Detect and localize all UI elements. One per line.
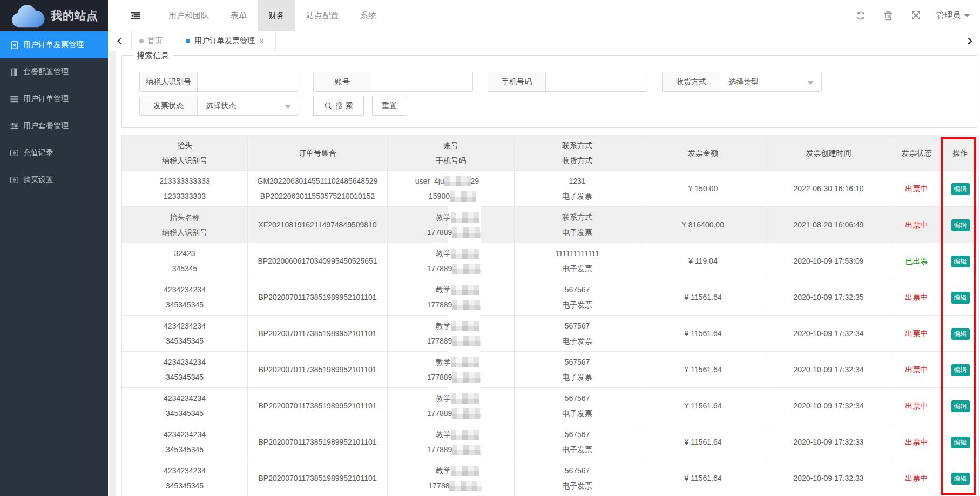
tabs-scroll-left-button[interactable] [108,31,132,51]
search-button[interactable]: 搜 索 [313,96,364,116]
phone-input[interactable] [546,72,647,91]
top-menu-forms[interactable]: 表单 [220,0,258,31]
svg-text:1: 1 [13,151,15,155]
fullscreen-icon[interactable] [911,11,921,21]
recharge-record-icon: 1 [10,149,18,157]
cell-amount-text: ¥ 11561.64 [640,471,766,486]
table-header: 抬头纳税人识别号订单号集合账号手机号码联系方式收货方式发票金额发票创建时间发票状… [122,135,979,171]
censor-mosaic [451,430,479,440]
column-header-text: 抬头纳税人识别号 [122,138,247,168]
edit-button[interactable]: 编辑 [951,364,970,376]
cell-title: 4234234234345345345 [122,352,248,388]
censored-line: 教学 [394,354,521,370]
column-header-text: 发票金额 [640,145,766,160]
censor-mosaic [452,372,481,383]
caret-down-icon[interactable] [964,14,970,17]
cell-created: 2020-10-09 17:32:35 [766,279,891,316]
cell-contact: 567567电子发票 [515,388,640,424]
taxpayer-id-field: 纳税人识别号 [139,72,299,92]
edit-button[interactable]: 编辑 [951,183,970,195]
column-header: 发票创建时间 [766,135,891,171]
cell-amount: ¥ 119.04 [640,243,766,279]
top-menu-system[interactable]: 系统 [349,0,387,31]
chevron-down-icon [807,81,814,85]
search-button-label: 搜 索 [336,101,353,111]
column-header-text: 联系方式收货方式 [515,138,640,168]
top-menu-users-teams[interactable]: 用户和团队 [158,0,220,31]
invoice-table: 抬头纳税人识别号订单号集合账号手机号码联系方式收货方式发票金额发票创建时间发票状… [121,135,979,496]
edit-button[interactable]: 编辑 [951,437,970,448]
cell-contact: 1231电子发票 [515,171,640,207]
edit-button[interactable]: 编辑 [951,328,970,340]
sidebar-item-recharge-records[interactable]: 1 充值记录 [0,139,108,166]
cell-account: 教学177889 [388,207,515,243]
package-config-icon [10,68,18,76]
edit-button[interactable]: 编辑 [951,292,970,304]
tab-home[interactable]: 首页 [132,31,178,51]
censor-mosaic [452,300,481,310]
taxpayer-id-input[interactable] [198,72,299,91]
cell-amount: ¥ 11561.64 [640,388,766,424]
cell-action-inner: 编辑 [942,217,978,232]
field-label: 手机号码 [488,72,546,91]
cell-action: 编辑 [942,279,979,316]
account-input[interactable] [371,72,472,91]
column-header: 账号手机号码 [388,135,515,171]
delivery-method-select[interactable]: 选择类型 [720,72,821,91]
reset-button[interactable]: 重置 [372,96,407,116]
cell-contact-text: 567567电子发票 [515,391,640,421]
top-menu-finance[interactable]: 财务 [258,0,295,31]
sidebar-item-package-config[interactable]: 套餐配置管理 [0,58,108,85]
cell-orders: BP20200701173851989952101101 [248,424,388,460]
cell-title: 2133333333331233333333 [122,171,248,207]
tab-close-icon[interactable]: × [259,37,264,45]
cell-action-inner: 编辑 [942,290,978,305]
invoice-table-wrap: 抬头纳税人识别号订单号集合账号手机号码联系方式收货方式发票金额发票创建时间发票状… [121,135,978,496]
cell-contact-text: 联系方式电子发票 [515,210,640,240]
cell-account-text: 教学177889 [388,210,514,240]
cell-orders-text: BP20200606170340995450525651 [248,253,387,269]
cell-orders-text: BP20200701173851989952101101 [248,471,387,486]
cell-title-text: 4234234234345345345 [122,354,247,385]
column-header: 抬头纳税人识别号 [122,135,248,171]
search-panel-title: 搜索信息 [133,50,173,61]
cell-created: 2021-08-20 16:06:49 [766,207,891,243]
edit-button[interactable]: 编辑 [951,256,970,267]
cell-action-inner: 编辑 [942,398,978,413]
cell-action: 编辑 [942,424,979,460]
sidebar-item-invoice-management[interactable]: 用户订单发票管理 [0,31,108,58]
cell-action-inner: 编辑 [942,362,978,377]
cell-amount-text: ¥ 119.04 [640,253,766,269]
cell-account: 教学177889 [388,424,515,460]
top-menu-site-config[interactable]: 站点配置 [295,0,349,31]
trash-icon[interactable] [883,11,893,21]
cell-action-inner: 编辑 [942,253,978,269]
sidebar-item-user-package[interactable]: 用户套餐管理 [0,112,108,139]
cell-orders: GM20220630145511102485648529BP2022063011… [248,171,388,207]
sidebar-item-purchase-settings[interactable]: 1 购买设置 [0,166,108,193]
cell-contact-text: 567567电子发票 [515,354,640,385]
cell-created: 2020-10-09 17:32:34 [766,316,891,352]
tab-invoice-management[interactable]: 用户订单发票管理 × [178,31,276,51]
admin-dropdown[interactable]: 管理员 [936,10,961,21]
edit-button[interactable]: 编辑 [951,219,970,231]
edit-button[interactable]: 编辑 [951,473,970,485]
censor-mosaic [444,176,471,186]
censor-mosaic [452,227,481,238]
cell-account-text: 教学177889 [388,354,514,385]
status-badge: 出票中 [891,398,942,413]
cell-account: 教学177889 [388,316,515,352]
cell-created: 2022-06-30 16:16:10 [766,171,891,207]
sidebar-item-order-management[interactable]: 用户订单管理 [0,85,108,112]
tabs-scroll-right-button[interactable] [959,31,980,51]
cell-action: 编辑 [942,388,979,424]
hamburger-icon[interactable] [131,12,140,19]
order-list-icon [10,95,18,103]
edit-button[interactable]: 编辑 [951,400,970,412]
sidebar-item-label: 用户订单发票管理 [23,40,84,50]
cell-amount-text: ¥ 11561.64 [640,362,766,377]
cell-amount-text: ¥ 150.00 [640,181,766,196]
invoice-status-select[interactable]: 选择状态 [198,96,299,115]
refresh-icon[interactable] [856,11,866,21]
sidebar: 我的站点 用户订单发票管理 套餐配置管理 用户订单管理 [0,0,108,496]
